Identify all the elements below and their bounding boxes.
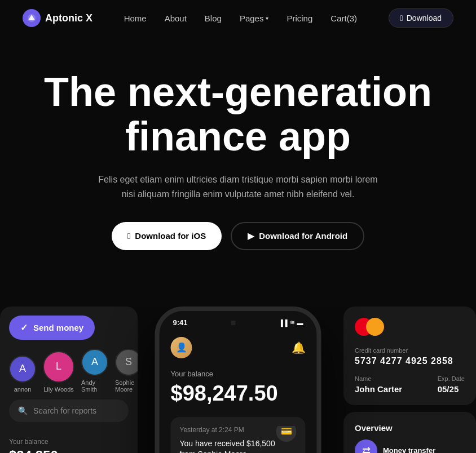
right-card: Credit card number 5737 4277 4925 2858 N… bbox=[343, 307, 476, 453]
nav-item-blog[interactable]: Blog bbox=[205, 14, 222, 23]
phone-mockup: 9:41 ▐▐ ≋ ▬ 👤 🔔 Your balance $98,247.50 … bbox=[155, 307, 321, 453]
checkmark-icon: ✓ bbox=[20, 322, 28, 333]
avatar-item: A annon bbox=[9, 356, 36, 393]
credit-card-number: 5737 4277 4925 2858 bbox=[355, 356, 465, 366]
avatar: S bbox=[115, 349, 138, 376]
nav-item-pricing[interactable]: Pricing bbox=[287, 14, 312, 23]
overview-header: Overview bbox=[355, 423, 465, 433]
status-icons: ▐▐ ≋ ▬ bbox=[279, 319, 303, 326]
exp-label: Exp. Date bbox=[438, 375, 465, 382]
overview-title: Overview bbox=[355, 423, 393, 433]
nav-item-cart[interactable]: Cart(3) bbox=[330, 14, 357, 23]
phone-balance-label: Your balance bbox=[171, 370, 306, 378]
nav-links: Home About Blog Pages ▾ Pricing Cart(3) bbox=[124, 14, 357, 23]
transaction-text: You have received $16,500 from Sophie Mo… bbox=[180, 438, 297, 453]
hero-title: The next-generation finance app bbox=[23, 70, 453, 159]
search-bar[interactable]: 🔍 Search for reports bbox=[9, 399, 129, 422]
overview-widget: Overview ⇄ Money transfer bbox=[343, 412, 476, 453]
logo-icon bbox=[23, 9, 41, 27]
avatars-row: A annon L Lily Woods A Andy Smith S Soph… bbox=[0, 349, 138, 393]
nav-item-about[interactable]: About bbox=[165, 14, 187, 23]
apple-icon:  bbox=[400, 14, 403, 23]
nav-item-home[interactable]: Home bbox=[124, 14, 147, 23]
name-label: Name bbox=[355, 375, 402, 382]
money-transfer: ⇄ Money transfer bbox=[355, 439, 465, 453]
avatar-andy: A bbox=[81, 349, 108, 376]
nav-download-button[interactable]:  Download bbox=[389, 8, 453, 28]
send-money-button[interactable]: ✓ Send money bbox=[9, 316, 95, 340]
android-icon: ▶ bbox=[248, 231, 254, 241]
balance-section: Your balance $24,850 Thu Fri Sat Sun Mon… bbox=[0, 429, 138, 453]
phone-content: 👤 🔔 Your balance $98,247.50 💳 Yesterday … bbox=[160, 330, 317, 453]
avatar-item-andy: A Andy Smith bbox=[81, 349, 108, 393]
hero-buttons:  Download for iOS ▶ Download for Androi… bbox=[23, 222, 453, 250]
balance-label: Your balance bbox=[9, 438, 129, 446]
transfer-label: Money transfer bbox=[383, 446, 435, 453]
card-bottom-row: Name John Carter Exp. Date 05/25 bbox=[355, 375, 465, 394]
mockup-area: ✓ Send money A annon L Lily Woods A Andy… bbox=[0, 307, 476, 453]
logo[interactable]: Aptonic X bbox=[23, 9, 92, 27]
balance-amount: $24,850 bbox=[9, 448, 129, 453]
phone-header: 👤 🔔 bbox=[171, 330, 306, 365]
credit-card-widget: Credit card number 5737 4277 4925 2858 N… bbox=[343, 307, 476, 405]
avatar: A bbox=[9, 356, 36, 383]
download-android-button[interactable]: ▶ Download for Android bbox=[231, 222, 364, 250]
credit-card-label: Credit card number bbox=[355, 347, 465, 354]
avatar-item: L Lily Woods bbox=[43, 351, 74, 393]
avatar-item: S Sophie Moore bbox=[115, 349, 138, 393]
mastercard-logo bbox=[355, 318, 465, 336]
phone-user-avatar: 👤 bbox=[171, 337, 192, 358]
phone-time: 9:41 bbox=[173, 318, 188, 327]
download-ios-button[interactable]:  Download for iOS bbox=[112, 222, 222, 250]
phone-balance: $98,247.50 bbox=[171, 381, 306, 406]
transaction-card: 💳 Yesterday at 2:24 PM You have received… bbox=[171, 417, 306, 453]
search-icon: 🔍 bbox=[18, 406, 28, 415]
avatar: L bbox=[43, 351, 74, 383]
left-card: ✓ Send money A annon L Lily Woods A Andy… bbox=[0, 307, 138, 453]
hero-subtitle: Felis eget etiam enim ultricies diam tri… bbox=[97, 172, 379, 201]
navbar: Aptonic X Home About Blog Pages ▾ Pricin… bbox=[0, 0, 476, 36]
card-holder-name: John Carter bbox=[355, 384, 402, 394]
download-label: Download bbox=[407, 14, 442, 23]
logo-text: Aptonic X bbox=[45, 12, 92, 24]
search-text: Search for reports bbox=[33, 406, 96, 415]
bell-icon[interactable]: 🔔 bbox=[292, 341, 306, 354]
nav-item-pages[interactable]: Pages ▾ bbox=[240, 14, 269, 23]
card-expiry: 05/25 bbox=[438, 384, 465, 394]
hero-section: The next-generation finance app Felis eg… bbox=[0, 36, 476, 307]
mastercard-right-circle bbox=[366, 318, 384, 336]
transfer-icon: ⇄ bbox=[355, 439, 377, 453]
chevron-down-icon: ▾ bbox=[266, 15, 268, 21]
apple-icon-btn:  bbox=[127, 231, 130, 241]
